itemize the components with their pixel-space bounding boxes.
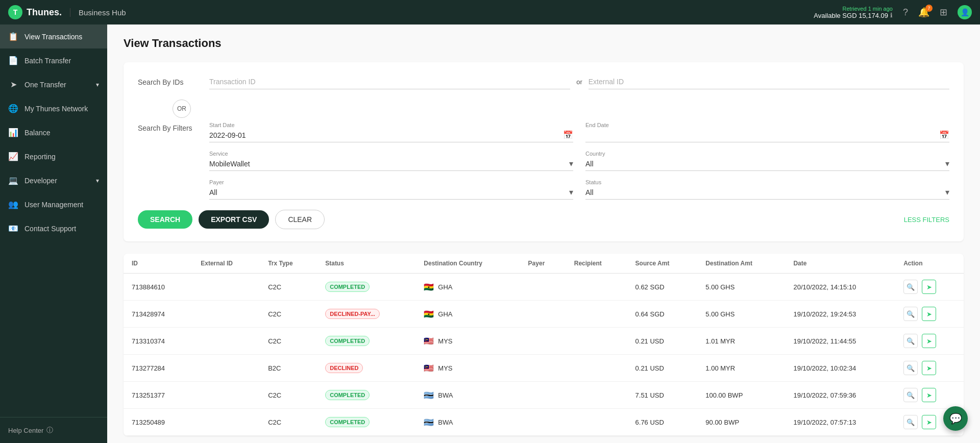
status-select[interactable]: All — [585, 188, 945, 196]
col-date: Date — [785, 254, 895, 274]
start-date-input[interactable] — [209, 131, 563, 139]
cell-dest-country: 🇬🇭 GHA — [415, 301, 520, 328]
navbar-hub-title: Business Hub — [70, 8, 126, 17]
status-badge: COMPLETED — [325, 282, 370, 292]
cell-recipient — [566, 409, 627, 436]
cell-date: 19/10/2022, 10:02:34 — [785, 355, 895, 382]
navbar-right: Retrieved 1 min ago Available SGD 15,174… — [814, 5, 972, 19]
send-action-btn[interactable]: ➤ — [922, 280, 936, 294]
country-flag: 🇧🇼 — [424, 417, 434, 427]
end-date-input[interactable] — [585, 131, 939, 139]
sidebar-item-label: Balance — [24, 129, 51, 137]
send-action-btn[interactable]: ➤ — [922, 388, 936, 402]
chevron-down-icon: ▾ — [96, 81, 99, 88]
start-date-input-wrap: 📅 — [209, 130, 573, 142]
cell-dest-country: 🇧🇼 BWA — [415, 382, 520, 409]
view-action-btn[interactable]: 🔍 — [903, 280, 918, 294]
payer-field: Payer All ▾ — [209, 179, 573, 200]
search-by-filters-label: Search By Filters — [138, 122, 209, 132]
chat-button[interactable]: 💬 — [943, 406, 968, 431]
sidebar-item-reporting[interactable]: 📈 Reporting — [0, 144, 107, 168]
export-csv-button[interactable]: EXPORT CSV — [199, 210, 269, 229]
view-action-btn[interactable]: 🔍 — [903, 361, 918, 375]
table-body: 713884610 C2C COMPLETED 🇬🇭 GHA 0.62 SGD … — [124, 274, 964, 436]
cell-recipient — [566, 355, 627, 382]
cell-dest-amt: 1.01 MYR — [697, 328, 785, 355]
transaction-id-input[interactable] — [209, 75, 570, 89]
cell-dest-country: 🇲🇾 MYS — [415, 328, 520, 355]
cell-dest-country: 🇬🇭 GHA — [415, 274, 520, 301]
send-action-btn[interactable]: ➤ — [922, 415, 936, 429]
sidebar-item-label: View Transactions — [24, 33, 82, 41]
less-filters-button[interactable]: LESS FILTERS — [904, 216, 949, 224]
sidebar-item-balance[interactable]: 📊 Balance — [0, 120, 107, 144]
calendar-end-icon[interactable]: 📅 — [939, 130, 949, 140]
sidebar-item-view-transactions[interactable]: 📋 View Transactions — [0, 24, 107, 48]
cell-trx-type: C2C — [260, 382, 317, 409]
cell-payer — [520, 274, 566, 301]
help-icon-btn[interactable]: ? — [903, 7, 908, 18]
col-recipient: Recipient — [566, 254, 627, 274]
sidebar-item-developer[interactable]: 💻 Developer ▾ — [0, 168, 107, 192]
start-date-field: Start Date 📅 — [209, 122, 573, 142]
table-row: 713277284 B2C DECLINED 🇲🇾 MYS 0.21 USD 1… — [124, 355, 964, 382]
cell-dest-amt: 100.00 BWP — [697, 382, 785, 409]
notification-icon-btn[interactable]: 🔔 7 — [918, 7, 929, 18]
grid-icon-btn[interactable]: ⊞ — [940, 7, 947, 18]
send-action-btn[interactable]: ➤ — [922, 361, 936, 375]
service-select[interactable]: MobileWallet — [209, 160, 569, 168]
view-action-btn[interactable]: 🔍 — [903, 334, 918, 348]
send-action-btn[interactable]: ➤ — [922, 307, 936, 321]
help-center-link[interactable]: Help Center ⓘ — [8, 426, 99, 435]
cell-action: 🔍 ➤ — [895, 274, 964, 301]
cell-id: 713277284 — [124, 355, 192, 382]
user-icon-btn[interactable]: 👤 — [958, 5, 972, 19]
cell-date: 19/10/2022, 11:44:55 — [785, 328, 895, 355]
sidebar-item-one-transfer[interactable]: ➤ One Transfer ▾ — [0, 72, 107, 96]
view-transactions-icon: 📋 — [8, 32, 18, 41]
view-action-btn[interactable]: 🔍 — [903, 415, 918, 429]
id-inputs: or — [209, 75, 949, 89]
col-id: ID — [124, 254, 192, 274]
sidebar-item-batch-transfer[interactable]: 📄 Batch Transfer — [0, 48, 107, 72]
clear-button[interactable]: CLEAR — [275, 210, 325, 229]
status-field: Status All ▾ — [585, 179, 949, 200]
country-select[interactable]: All — [585, 160, 945, 168]
external-id-input[interactable] — [589, 75, 949, 89]
sidebar-item-my-thunes-network[interactable]: 🌐 My Thunes Network — [0, 96, 107, 120]
sidebar-item-user-management[interactable]: 👥 User Management — [0, 192, 107, 216]
cell-dest-country: 🇧🇼 BWA — [415, 409, 520, 436]
send-action-btn[interactable]: ➤ — [922, 334, 936, 348]
logo-text: Thunes. — [27, 7, 62, 18]
payer-select[interactable]: All — [209, 188, 569, 196]
cell-status: COMPLETED — [317, 382, 415, 409]
cell-status: DECLINED-PAY... — [317, 301, 415, 328]
button-row: SEARCH EXPORT CSV CLEAR LESS FILTERS — [138, 210, 949, 229]
cell-status: COMPLETED — [317, 409, 415, 436]
search-section: Search By IDs or OR Search By Filters St… — [124, 62, 964, 241]
chevron-down-country-icon: ▾ — [945, 159, 949, 168]
cell-dest-amt: 90.00 BWP — [697, 409, 785, 436]
search-button[interactable]: SEARCH — [138, 210, 192, 229]
cell-dest-amt: 5.00 GHS — [697, 274, 785, 301]
action-buttons: 🔍 ➤ — [903, 388, 955, 402]
end-date-label: End Date — [585, 122, 949, 128]
cell-status: DECLINED — [317, 355, 415, 382]
view-action-btn[interactable]: 🔍 — [903, 388, 918, 402]
cell-external-id — [192, 409, 260, 436]
view-action-btn[interactable]: 🔍 — [903, 307, 918, 321]
table-row: 713251377 C2C COMPLETED 🇧🇼 BWA 7.51 USD … — [124, 382, 964, 409]
sidebar: 📋 View Transactions 📄 Batch Transfer ➤ O… — [0, 24, 107, 443]
cell-action: 🔍 ➤ — [895, 382, 964, 409]
sidebar-item-label: Developer — [24, 177, 57, 185]
reporting-icon: 📈 — [8, 152, 18, 161]
sidebar-item-contact-support[interactable]: 📧 Contact Support — [0, 216, 107, 240]
calendar-icon[interactable]: 📅 — [563, 130, 573, 140]
cell-source-amt: 0.21 USD — [627, 328, 698, 355]
status-badge: DECLINED-PAY... — [325, 309, 380, 319]
col-trx-type: Trx Type — [260, 254, 317, 274]
cell-external-id — [192, 355, 260, 382]
cell-trx-type: C2C — [260, 409, 317, 436]
status-label: Status — [585, 179, 949, 185]
cell-trx-type: C2C — [260, 328, 317, 355]
